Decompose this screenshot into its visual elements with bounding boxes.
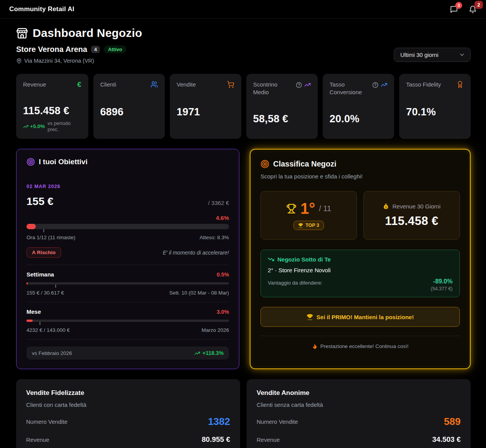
first-place-banner: Sei il PRIMO! Mantieni la posizione!	[260, 307, 460, 327]
kpi-card-revenue: Revenue € 115.458 € +5.0% vs periodo pre…	[16, 74, 88, 139]
week-expected-marker	[55, 285, 56, 288]
count-value: 1382	[208, 416, 230, 428]
first-place-message: Sei il PRIMO! Mantieni la posizione!	[317, 314, 414, 320]
month-progress-bar	[27, 320, 229, 322]
store-address: Via Mazzini 34, Verona (VR)	[24, 58, 94, 64]
advantage-label: Vantaggio da difendere:	[268, 280, 322, 286]
map-pin-icon	[16, 58, 22, 64]
kpi-card-scontrino-medio: Scontrino Medio 58,58 €	[246, 74, 318, 139]
anonymous-sales-subtitle: Clienti senza carta fedeltà	[257, 401, 461, 408]
month-period: Marzo 2026	[202, 327, 229, 333]
store-name: Store Verona Arena	[16, 45, 87, 54]
kpi-label: Tasso Fidelity	[406, 81, 441, 88]
week-progress-fill	[27, 282, 28, 285]
loyalty-sales-card: Vendite Fidelizzate Clienti con carta fe…	[16, 379, 240, 448]
help-icon[interactable]	[296, 82, 302, 88]
advantage-percent: -89.0%	[431, 278, 453, 285]
rank-card: 1° / 11 TOP 3	[260, 191, 357, 240]
trending-up-icon	[194, 350, 200, 356]
topbar: Community Retail AI 3 2	[0, 0, 486, 19]
kpi-card-tasso-conversione: Tasso Conversione 20.0%	[323, 74, 394, 139]
divider	[260, 336, 460, 336]
kpi-label: Clienti	[100, 81, 116, 88]
hours-label: Ora 1/12 (11 rimaste)	[27, 235, 75, 240]
kpi-card-clienti: Clienti 6896	[93, 74, 165, 139]
objectives-title: I tuoi Obiettivi	[39, 158, 88, 166]
revenue-30-card: $ Revenue 30 Giorni 115.458 €	[363, 191, 460, 240]
trending-down-icon	[268, 256, 274, 263]
comparison-value: +118.3%	[194, 350, 224, 356]
month-expected-marker	[40, 322, 40, 325]
leaderboard-title: Classifica Negozi	[273, 160, 337, 168]
month-amounts: 4232 € / 143.000 €	[27, 327, 70, 333]
week-percent: 0.5%	[217, 271, 229, 278]
store-below-name: 2° · Store Firenze Novoli	[268, 267, 453, 273]
revenue-value: 80.955 €	[202, 435, 230, 444]
kpi-trend-note: vs periodo prec.	[48, 120, 81, 133]
anonymous-sales-card: Vendite Anonime Clienti senza carta fede…	[247, 379, 471, 448]
kpi-label: Revenue	[23, 81, 46, 88]
count-label: Numero Vendite	[257, 418, 298, 425]
top3-badge: TOP 3	[294, 221, 324, 230]
store-below-card: Negozio Sotto di Te 2° · Store Firenze N…	[260, 250, 460, 297]
notifications-count-badge: 2	[474, 1, 483, 9]
revenue-30-value: 115.458 €	[385, 214, 438, 228]
kpi-value: 70.1%	[406, 106, 464, 118]
objective-target-value: / 3362 €	[208, 200, 229, 206]
objective-percent: 4.6%	[27, 215, 229, 221]
risk-hint: E' il momento di accelerare!	[163, 250, 229, 256]
month-progress-fill	[27, 320, 33, 322]
store-icon	[16, 27, 28, 39]
flame-icon	[312, 343, 318, 349]
leaderboard-subtitle: Scopri la tua posizione e sfida i colleg…	[260, 173, 460, 180]
notifications-button[interactable]: 2	[469, 5, 477, 13]
objectives-panel: I tuoi Obiettivi 02 MAR 2026 155 € / 336…	[16, 149, 239, 369]
kpi-card-vendite: Vendite 1971	[170, 74, 241, 139]
target-icon	[260, 160, 269, 168]
expected-label: Atteso: 8.3%	[199, 235, 229, 240]
period-select[interactable]: Ultimi 30 giorni	[394, 48, 471, 62]
revenue-label: Revenue	[26, 436, 49, 443]
week-amounts: 155 € / 30.617 €	[27, 290, 64, 296]
trending-up-icon	[23, 124, 28, 129]
objective-date: 02 MAR 2026	[27, 184, 229, 189]
revenue-label: Revenue	[257, 436, 280, 443]
cart-icon	[227, 81, 234, 88]
app-title: Community Retail AI	[9, 5, 74, 13]
kpi-label: Tasso Conversione	[330, 81, 369, 97]
month-label: Mese	[27, 308, 41, 315]
rank-position: 1°	[300, 201, 315, 216]
count-value: 589	[444, 416, 461, 428]
day-expected-marker	[43, 229, 44, 232]
kpi-value: 20.0%	[330, 113, 387, 125]
period-select-value: Ultimi 30 giorni	[400, 52, 438, 58]
award-icon	[456, 81, 464, 88]
week-period: Sett. 10 (02 Mar - 08 Mar)	[169, 290, 229, 296]
store-below-title: Negozio Sotto di Te	[277, 256, 331, 263]
kpi-value: 1971	[177, 106, 234, 118]
messages-count-badge: 3	[455, 2, 462, 9]
trophy-icon	[286, 203, 297, 214]
week-label: Settimana	[27, 271, 54, 278]
trending-up-icon	[381, 82, 387, 88]
trophy-icon	[298, 223, 303, 228]
week-objective-section: Settimana 0.5% 155 € / 30.617 € Sett. 10…	[27, 271, 229, 302]
svg-text:$: $	[385, 205, 387, 208]
month-objective-section: Mese 3.0% 4232 € / 143.000 € Marzo 2026	[27, 308, 229, 340]
month-percent: 3.0%	[217, 309, 229, 315]
trending-up-icon	[304, 82, 311, 88]
rank-total: / 11	[319, 204, 331, 213]
objective-current-value: 155 €	[27, 195, 53, 208]
status-badge: Attivo	[104, 45, 126, 53]
risk-badge: A Rischio	[27, 247, 61, 258]
advantage-amount: (54.377 €)	[431, 286, 453, 291]
kpi-cards: Revenue € 115.458 € +5.0% vs periodo pre…	[16, 74, 471, 139]
messages-button[interactable]: 3	[450, 5, 458, 13]
day-progress-fill	[27, 224, 36, 229]
users-icon	[151, 81, 158, 88]
help-icon[interactable]	[372, 82, 378, 88]
month-comparison: vs Febbraio 2026 +118.3%	[27, 346, 229, 360]
euro-icon: €	[77, 81, 81, 88]
leaderboard-panel: Classifica Negozi Scopri la tua posizion…	[250, 149, 471, 369]
kpi-value: 115.458 €	[23, 105, 81, 117]
